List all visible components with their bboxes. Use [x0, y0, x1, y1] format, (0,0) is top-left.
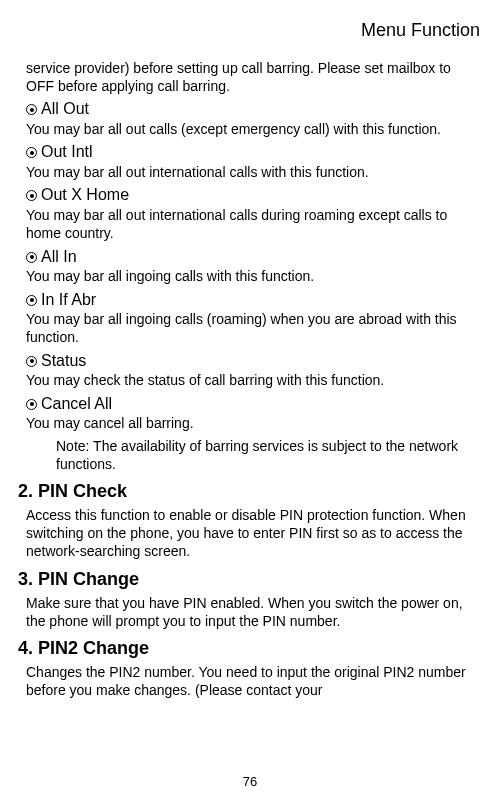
intro-paragraph: service provider) before setting up call…	[26, 59, 482, 95]
item-in-if-abr-desc: You may bar all ingoing calls (roaming) …	[26, 310, 482, 346]
item-cancel-all-heading: Cancel All	[26, 394, 482, 415]
item-status-desc: You may check the status of call barring…	[26, 371, 482, 389]
item-in-if-abr-heading: In If Abr	[26, 290, 482, 311]
item-title: All In	[41, 248, 77, 265]
item-title: All Out	[41, 100, 89, 117]
bullet-icon	[26, 104, 37, 115]
section-pin-check-body: Access this function to enable or disabl…	[26, 506, 482, 561]
note-paragraph: Note: The availability of barring servic…	[26, 437, 482, 473]
item-all-out-heading: All Out	[26, 99, 482, 120]
item-title: Out Intl	[41, 143, 93, 160]
bullet-icon	[26, 190, 37, 201]
item-title: Cancel All	[41, 395, 112, 412]
item-out-intl-desc: You may bar all out international calls …	[26, 163, 482, 181]
item-status-heading: Status	[26, 351, 482, 372]
item-title: Status	[41, 352, 86, 369]
page-header: Menu Function	[18, 20, 482, 41]
item-title: Out X Home	[41, 186, 129, 203]
section-pin2-change-heading: 4. PIN2 Change	[18, 638, 482, 659]
bullet-icon	[26, 356, 37, 367]
item-all-out-desc: You may bar all out calls (except emerge…	[26, 120, 482, 138]
bullet-icon	[26, 147, 37, 158]
bullet-icon	[26, 295, 37, 306]
bullet-icon	[26, 252, 37, 263]
item-out-x-home-heading: Out X Home	[26, 185, 482, 206]
page-number: 76	[0, 774, 500, 789]
section-pin-check-heading: 2. PIN Check	[18, 481, 482, 502]
section-pin2-change-body: Changes the PIN2 number. You need to inp…	[26, 663, 482, 699]
section-pin-change-body: Make sure that you have PIN enabled. Whe…	[26, 594, 482, 630]
bullet-icon	[26, 399, 37, 410]
page-content: service provider) before setting up call…	[18, 59, 482, 699]
item-out-intl-heading: Out Intl	[26, 142, 482, 163]
item-out-x-home-desc: You may bar all out international calls …	[26, 206, 482, 242]
item-title: In If Abr	[41, 291, 96, 308]
section-pin-change-heading: 3. PIN Change	[18, 569, 482, 590]
item-all-in-desc: You may bar all ingoing calls with this …	[26, 267, 482, 285]
item-cancel-all-desc: You may cancel all barring.	[26, 414, 482, 432]
item-all-in-heading: All In	[26, 247, 482, 268]
